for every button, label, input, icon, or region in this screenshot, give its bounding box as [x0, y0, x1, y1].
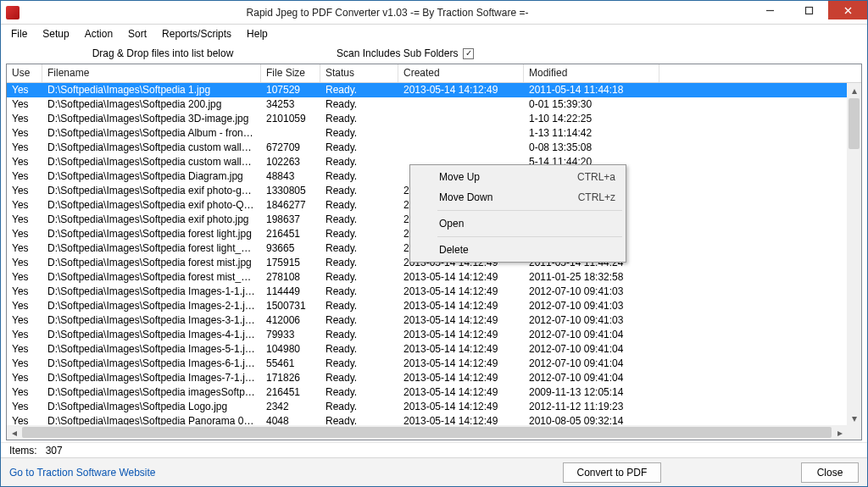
cell: Yes [7, 241, 42, 256]
context-move-up[interactable]: Move UpCTRL+a [412, 167, 624, 187]
vertical-scrollbar[interactable]: ▴ ▾ [847, 83, 861, 425]
cell: 2013-05-14 14:12:49 [398, 270, 524, 285]
cell: D:\Softpedia\Images\Softpedia forest lig… [42, 227, 261, 241]
status-bar: Items: 307 [1, 442, 867, 457]
app-icon [6, 6, 19, 19]
cell [261, 126, 320, 141]
table-row[interactable]: YesD:\Softpedia\Images\Softpedia Images-… [7, 285, 847, 299]
minimize-button[interactable] [750, 1, 789, 19]
column-header-modified[interactable]: Modified [524, 64, 659, 82]
cell: 2013-05-14 14:12:49 [398, 342, 524, 357]
column-header-status[interactable]: Status [320, 64, 398, 82]
cell: 2011-05-14 11:44:18 [524, 83, 659, 97]
horizontal-scrollbar[interactable]: ◂ ▸ [7, 425, 847, 440]
cell: Yes [7, 285, 42, 299]
table-row[interactable]: YesD:\Softpedia\Images\Softpedia 200.jpg… [7, 97, 847, 112]
menu-sort[interactable]: Sort [121, 26, 153, 42]
cell: D:\Softpedia\Images\Softpedia forest mis… [42, 256, 261, 270]
table-row[interactable]: YesD:\Softpedia\Images\Softpedia forest … [7, 270, 847, 285]
context-move-down[interactable]: Move DownCTRL+z [412, 187, 624, 208]
close-button[interactable]: Close [801, 462, 859, 483]
table-row[interactable]: YesD:\Softpedia\Images\Softpedia Images-… [7, 342, 847, 357]
cell: Yes [7, 155, 42, 169]
cell: 171826 [261, 371, 320, 385]
cell: Yes [7, 256, 42, 270]
cell: Ready. [320, 227, 398, 241]
table-row[interactable]: YesD:\Softpedia\Images\Softpedia Images-… [7, 371, 847, 385]
cell: 102263 [261, 155, 320, 169]
menu-file[interactable]: File [4, 26, 34, 42]
column-header-filename[interactable]: Filename [42, 64, 261, 82]
menu-separator [437, 210, 622, 211]
vendor-link[interactable]: Go to Traction Software Website [9, 467, 156, 479]
cell: 104980 [261, 342, 320, 357]
convert-button[interactable]: Convert to PDF [563, 462, 662, 483]
menu-setup[interactable]: Setup [36, 26, 75, 42]
cell: 2101059 [261, 112, 320, 126]
cell: D:\Softpedia\Images\Softpedia custom wal… [42, 141, 261, 155]
cell: 412006 [261, 313, 320, 328]
items-label: Items: [9, 445, 37, 457]
cell: 2012-07-10 09:41:03 [524, 313, 659, 328]
cell: Ready. [320, 83, 398, 97]
cell: 216451 [261, 385, 320, 400]
column-header-use[interactable]: Use [7, 64, 42, 82]
menu-action[interactable]: Action [78, 26, 120, 42]
window-title: Rapid Jpeg to PDF Converter v1.03 -= By … [25, 7, 750, 19]
cell: 1330805 [261, 184, 320, 198]
cell: 48843 [261, 169, 320, 184]
context-delete[interactable]: Delete [412, 240, 624, 260]
scroll-down-arrow-icon[interactable]: ▾ [847, 411, 861, 425]
table-row[interactable]: YesD:\Softpedia\Images\Softpedia imagesS… [7, 385, 847, 400]
cell: 2012-07-10 09:41:04 [524, 371, 659, 385]
context-item-shortcut: CTRL+z [578, 191, 615, 203]
cell: D:\Softpedia\Images\Softpedia exif photo… [42, 213, 261, 227]
menu-separator [437, 236, 622, 237]
table-row[interactable]: YesD:\Softpedia\Images\Softpedia Panoram… [7, 414, 847, 425]
table-row[interactable]: YesD:\Softpedia\Images\Softpedia Images-… [7, 357, 847, 371]
horizontal-scroll-thumb[interactable] [22, 427, 832, 438]
scan-subfolders-label: Scan Includes Sub Folders [337, 47, 458, 59]
cell: Yes [7, 126, 42, 141]
context-item-shortcut: CTRL+a [577, 171, 615, 183]
close-window-button[interactable] [828, 1, 867, 19]
table-row[interactable]: YesD:\Softpedia\Images\Softpedia Images-… [7, 299, 847, 313]
vertical-scroll-thumb[interactable] [849, 98, 860, 149]
maximize-button[interactable] [789, 1, 828, 19]
column-header-file-size[interactable]: File Size [261, 64, 320, 82]
table-row[interactable]: YesD:\Softpedia\Images\Softpedia custom … [7, 141, 847, 155]
table-row[interactable]: YesD:\Softpedia\Images\Softpedia Images-… [7, 313, 847, 328]
title-bar[interactable]: Rapid Jpeg to PDF Converter v1.03 -= By … [1, 1, 867, 25]
table-row[interactable]: YesD:\Softpedia\Images\Softpedia 1.jpg10… [7, 83, 847, 97]
cell: Ready. [320, 371, 398, 385]
scroll-right-arrow-icon[interactable]: ▸ [832, 425, 847, 440]
table-row[interactable]: YesD:\Softpedia\Images\Softpedia Album -… [7, 126, 847, 141]
scroll-up-arrow-icon[interactable]: ▴ [847, 83, 861, 97]
scan-subfolders-option[interactable]: Scan Includes Sub Folders [337, 47, 474, 59]
cell: D:\Softpedia\Images\Softpedia imagesSoft… [42, 385, 261, 400]
cell: 55461 [261, 357, 320, 371]
cell: 216451 [261, 227, 320, 241]
cell: 2012-11-12 11:19:23 [524, 400, 659, 414]
cell: Yes [7, 414, 42, 425]
cell: 0-08 13:35:08 [524, 141, 659, 155]
column-header-created[interactable]: Created [398, 64, 524, 82]
cell: 107529 [261, 83, 320, 97]
table-row[interactable]: YesD:\Softpedia\Images\Softpedia 3D-imag… [7, 112, 847, 126]
cell: D:\Softpedia\Images\Softpedia Diagram.jp… [42, 169, 261, 184]
cell: D:\Softpedia\Images\Softpedia Logo.jpg [42, 400, 261, 414]
table-row[interactable]: YesD:\Softpedia\Images\Softpedia Images-… [7, 328, 847, 342]
hint-bar: Drag & Drop files into list below Scan I… [1, 43, 867, 64]
cell: 2010-08-05 09:32:14 [524, 414, 659, 425]
menu-reports-scripts[interactable]: Reports/Scripts [155, 26, 238, 42]
scan-subfolders-checkbox[interactable] [463, 48, 474, 59]
cell: Ready. [320, 241, 398, 256]
cell: D:\Softpedia\Images\Softpedia 3D-image.j… [42, 112, 261, 126]
context-open[interactable]: Open [412, 213, 624, 234]
table-row[interactable]: YesD:\Softpedia\Images\Softpedia Logo.jp… [7, 400, 847, 414]
context-item-label: Open [439, 218, 464, 230]
menu-help[interactable]: Help [240, 26, 275, 42]
scroll-left-arrow-icon[interactable]: ◂ [7, 425, 21, 440]
cell: 2012-07-10 09:41:03 [524, 299, 659, 313]
cell: Yes [7, 184, 42, 198]
